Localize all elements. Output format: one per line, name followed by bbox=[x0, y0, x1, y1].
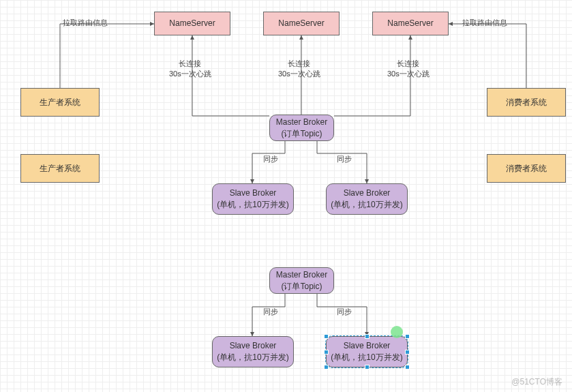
master-broker-1[interactable]: Master Broker (订单Topic) bbox=[269, 115, 334, 141]
node-label: Slave Broker (单机，抗10万并发) bbox=[217, 340, 288, 363]
slave-broker-4-selected[interactable]: Slave Broker (单机，抗10万并发) bbox=[326, 336, 408, 367]
resize-handle-se[interactable] bbox=[405, 365, 410, 370]
node-label: NameServer bbox=[169, 18, 215, 29]
slave-broker-3[interactable]: Slave Broker (单机，抗10万并发) bbox=[212, 336, 294, 367]
slave-broker-2[interactable]: Slave Broker (单机，抗10万并发) bbox=[326, 183, 408, 215]
node-label: Master Broker (订单Topic) bbox=[276, 269, 327, 292]
node-label: Slave Broker (单机，抗10万并发) bbox=[331, 187, 402, 211]
nameserver-node-3[interactable]: NameServer bbox=[372, 12, 449, 35]
resize-handle-nw[interactable] bbox=[324, 334, 329, 339]
diagram-canvas[interactable]: NameServer NameServer NameServer 生产者系统 生… bbox=[0, 0, 572, 392]
resize-handle-n[interactable] bbox=[365, 334, 370, 339]
resize-handle-e[interactable] bbox=[405, 350, 410, 355]
slave-broker-1[interactable]: Slave Broker (单机，抗10万并发) bbox=[212, 183, 294, 215]
rotation-handle-icon[interactable] bbox=[391, 326, 403, 338]
node-label: Master Broker (订单Topic) bbox=[276, 117, 327, 140]
resize-handle-s[interactable] bbox=[365, 365, 370, 370]
edge-label-hb3: 长连接 30s一次心跳 bbox=[387, 59, 430, 79]
nameserver-node-1[interactable]: NameServer bbox=[154, 12, 230, 35]
edge-label-sync1: 同步 bbox=[263, 154, 278, 164]
node-label: 消费者系统 bbox=[506, 163, 547, 175]
node-label: NameServer bbox=[387, 18, 433, 29]
resize-handle-w[interactable] bbox=[324, 350, 329, 355]
watermark-text: @51CTO博客 bbox=[511, 376, 562, 388]
node-label: Slave Broker (单机，抗10万并发) bbox=[217, 187, 288, 211]
node-label: 消费者系统 bbox=[506, 97, 547, 108]
resize-handle-sw[interactable] bbox=[324, 365, 329, 370]
node-label: 生产者系统 bbox=[40, 163, 80, 175]
node-label: 生产者系统 bbox=[40, 97, 80, 108]
edge-label-hb2: 长连接 30s一次心跳 bbox=[278, 59, 320, 79]
producer-node-1[interactable]: 生产者系统 bbox=[20, 88, 100, 117]
edge-label-route-right: 拉取路由信息 bbox=[462, 18, 507, 28]
edge-label-sync4: 同步 bbox=[337, 307, 352, 317]
edge-label-sync3: 同步 bbox=[263, 307, 278, 317]
edge-label-sync2: 同步 bbox=[337, 154, 352, 164]
master-broker-2[interactable]: Master Broker (订单Topic) bbox=[269, 267, 334, 294]
nameserver-node-2[interactable]: NameServer bbox=[263, 12, 340, 35]
edge-label-route-left: 拉取路由信息 bbox=[63, 18, 108, 28]
resize-handle-ne[interactable] bbox=[405, 334, 410, 339]
consumer-node-2[interactable]: 消费者系统 bbox=[487, 154, 566, 183]
node-label: NameServer bbox=[278, 18, 324, 29]
consumer-node-1[interactable]: 消费者系统 bbox=[487, 88, 566, 117]
node-label: Slave Broker (单机，抗10万并发) bbox=[331, 340, 402, 363]
producer-node-2[interactable]: 生产者系统 bbox=[20, 154, 100, 183]
edge-label-hb1: 长连接 30s一次心跳 bbox=[169, 59, 211, 79]
